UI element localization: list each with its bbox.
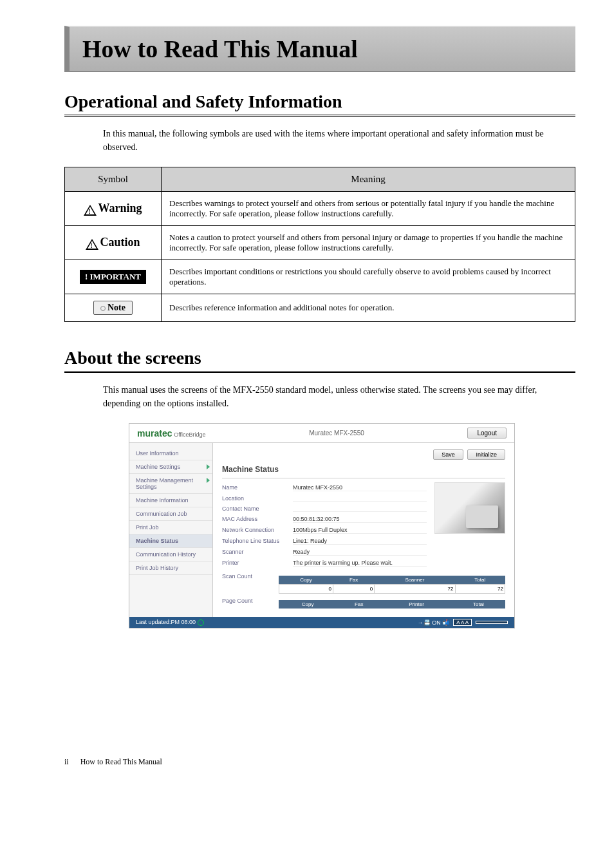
telephone-label: Telephone Line Status bbox=[222, 538, 293, 545]
scanner-value: Ready bbox=[293, 549, 427, 556]
section1-intro: In this manual, the following symbols ar… bbox=[103, 127, 575, 154]
printer-label: Printer bbox=[222, 560, 293, 567]
symbol-caution: !Caution bbox=[65, 226, 162, 260]
section2-heading: About the screens bbox=[64, 348, 575, 368]
section1-rule bbox=[64, 115, 575, 117]
warning-triangle-icon: ! bbox=[84, 205, 97, 216]
meaning-caution: Notes a caution to protect yourself and … bbox=[162, 226, 575, 260]
title-banner: How to Read This Manual bbox=[64, 26, 575, 72]
save-button[interactable]: Save bbox=[433, 449, 463, 460]
page-title: How to Read This Manual bbox=[82, 35, 563, 63]
device-image bbox=[434, 482, 505, 534]
contact-value bbox=[293, 505, 427, 512]
footer-bar: Last updated:PM 08:00 →📇 ON 📬 A A A bbox=[129, 617, 514, 628]
initialize-button[interactable]: Initialize bbox=[467, 449, 505, 460]
sidebar-item-machine-status[interactable]: Machine Status bbox=[129, 534, 212, 548]
main-panel: Save Initialize Machine Status NameMurat… bbox=[213, 443, 514, 617]
sidebar-item-user-info[interactable]: User Information bbox=[129, 447, 212, 460]
symbol-note: Note bbox=[65, 294, 162, 322]
col-meaning: Meaning bbox=[162, 167, 575, 192]
name-value: Muratec MFX-2550 bbox=[293, 484, 427, 491]
table-row: !Caution Notes a caution to protect your… bbox=[65, 226, 575, 260]
note-bullet-icon bbox=[100, 306, 106, 311]
sidebar: User Information Machine Settings Machin… bbox=[129, 443, 213, 617]
symbol-important: ! IMPORTANT bbox=[65, 260, 162, 294]
section2-rule bbox=[64, 371, 575, 373]
mac-label: MAC Address bbox=[222, 516, 293, 523]
refresh-icon[interactable] bbox=[198, 619, 204, 626]
progress-bar bbox=[476, 621, 508, 624]
sidebar-item-machine-info[interactable]: Machine Information bbox=[129, 494, 212, 507]
col-symbol: Symbol bbox=[65, 167, 162, 192]
sidebar-item-comm-history[interactable]: Communication History bbox=[129, 548, 212, 561]
network-label: Network Connection bbox=[222, 527, 293, 534]
sh-header: muratec OfficeBridge Muratec MFX-2550 Lo… bbox=[129, 424, 514, 443]
section1-heading: Operational and Safety Information bbox=[64, 91, 575, 112]
sidebar-item-machine-mgmt[interactable]: Machine Management Settings bbox=[129, 474, 212, 494]
sidebar-item-machine-settings[interactable]: Machine Settings bbox=[129, 460, 212, 474]
logo: muratec bbox=[137, 428, 172, 439]
scanner-label: Scanner bbox=[222, 549, 293, 556]
telephone-value: Line1: Ready bbox=[293, 538, 427, 545]
sidebar-item-comm-job[interactable]: Communication Job bbox=[129, 507, 212, 521]
last-updated: Last updated:PM 08:00 bbox=[136, 619, 196, 625]
chevron-right-icon bbox=[207, 464, 210, 469]
symbol-warning: !Warning bbox=[65, 192, 162, 226]
model-label: Muratec MFX-2550 bbox=[309, 429, 364, 437]
caution-triangle-icon: ! bbox=[86, 239, 98, 250]
meaning-important: Describes important conditions or restri… bbox=[162, 260, 575, 294]
table-row: ! IMPORTANT Describes important conditio… bbox=[65, 260, 575, 294]
logout-button[interactable]: Logout bbox=[467, 428, 507, 439]
location-label: Location bbox=[222, 495, 293, 502]
page-number: ii bbox=[64, 757, 69, 766]
page-footer: ii How to Read This Manual bbox=[64, 757, 575, 767]
main-title: Machine Status bbox=[222, 465, 505, 474]
text-size-control[interactable]: A A A bbox=[453, 619, 472, 626]
embedded-screenshot: muratec OfficeBridge Muratec MFX-2550 Lo… bbox=[129, 423, 515, 628]
symbol-table: Symbol Meaning !Warning Describes warnin… bbox=[64, 167, 575, 322]
name-label: Name bbox=[222, 484, 293, 491]
location-value bbox=[293, 495, 427, 502]
sidebar-item-print-history[interactable]: Print Job History bbox=[129, 561, 212, 575]
page-count-label: Page Count bbox=[222, 598, 279, 604]
chevron-right-icon bbox=[207, 478, 210, 483]
footer-title: How to Read This Manual bbox=[80, 757, 162, 766]
meaning-warning: Describes warnings to protect yourself a… bbox=[162, 192, 575, 226]
sidebar-item-print-job[interactable]: Print Job bbox=[129, 521, 212, 534]
page-count-table: Copy Fax Printer Total bbox=[279, 600, 505, 609]
on-indicator: →📇 ON 📬 bbox=[418, 619, 450, 626]
printer-value: The printer is warming up. Please wait. bbox=[293, 560, 427, 567]
mac-value: 00:50:81:32:00:75 bbox=[293, 516, 427, 523]
scan-count-label: Scan Count bbox=[222, 573, 279, 580]
table-row: Note Describes reference information and… bbox=[65, 294, 575, 322]
logo-sub: OfficeBridge bbox=[174, 431, 205, 438]
section2-intro: This manual uses the screens of the MFX-… bbox=[103, 383, 575, 410]
scan-count-table: Copy Fax Scanner Total 0 0 72 72 bbox=[279, 576, 505, 594]
contact-label: Contact Name bbox=[222, 505, 293, 512]
network-value: 100Mbps Full Duplex bbox=[293, 527, 427, 534]
meaning-note: Describes reference information and addi… bbox=[162, 294, 575, 322]
table-row: !Warning Describes warnings to protect y… bbox=[65, 192, 575, 226]
